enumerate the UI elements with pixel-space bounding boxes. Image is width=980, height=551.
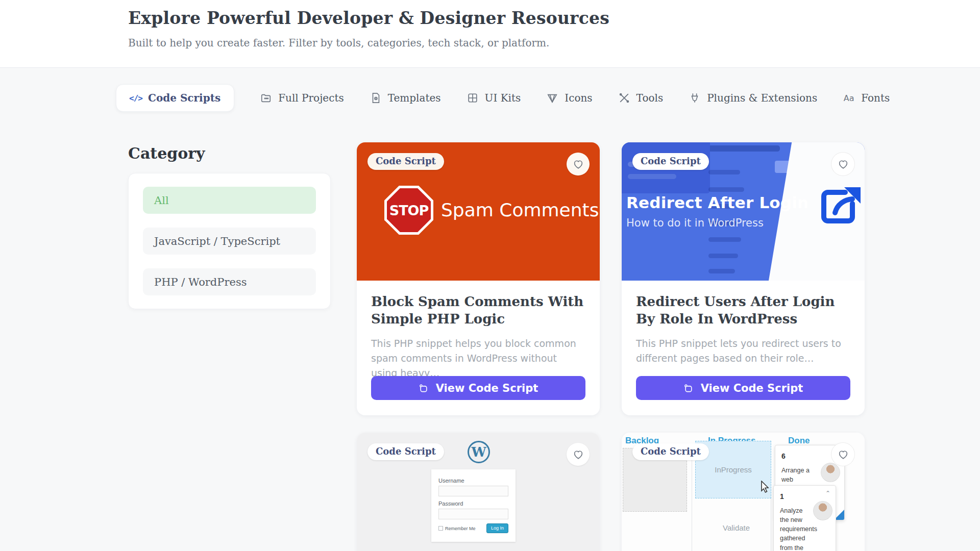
card-type-badge: Code Script xyxy=(632,443,709,460)
card-type-badge: Code Script xyxy=(368,443,444,460)
tab-label: Icons xyxy=(565,92,592,104)
task-number: 6 xyxy=(781,452,786,460)
resource-cards-grid: Code Script STOP Spam Comments Block Spa… xyxy=(357,142,865,551)
wp-login-button: Log In xyxy=(486,523,508,533)
resource-card-wp-login[interactable]: Code Script W Username Password Remember… xyxy=(357,433,600,551)
grid-icon xyxy=(467,92,479,104)
wp-checkbox xyxy=(438,526,443,531)
tab-fonts[interactable]: Aa Fonts xyxy=(843,92,890,104)
tab-tools[interactable]: Tools xyxy=(618,92,664,104)
category-heading: Category xyxy=(128,144,205,162)
card-image: Code Script Redirect After Login How to … xyxy=(622,142,865,281)
wp-username-label: Username xyxy=(438,478,508,484)
task-text: Analyze the new requirements gathered fr… xyxy=(780,506,813,551)
card-body: Block Spam Comments With Simple PHP Logi… xyxy=(357,281,600,381)
tab-templates[interactable]: Templates xyxy=(370,92,441,104)
card-type-badge: Code Script xyxy=(368,153,444,170)
wp-password-label: Password xyxy=(438,500,508,507)
favorite-button[interactable] xyxy=(567,153,590,176)
code-icon: </> xyxy=(130,92,142,104)
category-item-javascript-typescript[interactable]: JavaScript / TypeScript xyxy=(143,228,316,255)
folder-icon xyxy=(260,92,272,104)
tab-icons[interactable]: Icons xyxy=(546,92,592,104)
task-avatar xyxy=(821,463,840,482)
favorite-button[interactable] xyxy=(831,153,854,176)
heart-icon xyxy=(573,159,584,170)
blurred-title-bar xyxy=(703,145,780,152)
wp-remember-me: Remember Me xyxy=(438,526,476,531)
heart-icon xyxy=(573,449,584,460)
resource-card-kanban[interactable]: Backlog In Progress Done InProgress Vali… xyxy=(622,433,865,551)
template-file-icon xyxy=(370,92,382,104)
Aa-icon: Aa xyxy=(843,92,855,104)
card-title: Redirect Users After Login By Role In Wo… xyxy=(636,293,850,328)
task-avatar xyxy=(813,501,832,520)
kanban-column-done: Done xyxy=(788,436,810,446)
nib-icon xyxy=(546,92,558,104)
resource-card-redirect-login[interactable]: Code Script Redirect After Login How to … xyxy=(622,142,865,415)
resource-type-tabs: </> Code Scripts Full Projects Templates… xyxy=(116,84,890,112)
image-headline: Redirect After Login xyxy=(626,193,808,212)
share-redirect-icon xyxy=(815,181,865,232)
collapse-chevron-icon: ⌃ xyxy=(825,490,830,497)
resource-card-block-spam[interactable]: Code Script STOP Spam Comments Block Spa… xyxy=(357,142,600,415)
tab-code-scripts[interactable]: </> Code Scripts xyxy=(116,84,234,112)
view-code-script-button[interactable]: View Code Script xyxy=(371,376,585,400)
stop-sign: STOP xyxy=(384,186,433,235)
view-code-script-button[interactable]: View Code Script xyxy=(636,376,850,400)
tab-label: UI Kits xyxy=(485,92,521,104)
page-subtitle: Built to help you create faster. Filter … xyxy=(128,37,549,49)
page-header: Explore Powerful Developer & Designer Re… xyxy=(0,0,980,68)
wp-login-form: Username Password Remember Me Log In xyxy=(431,469,516,542)
explore-resources-page: Explore Powerful Developer & Designer Re… xyxy=(0,0,980,551)
stop-sign-text: STOP xyxy=(387,188,431,232)
page-title: Explore Powerful Developer & Designer Re… xyxy=(128,8,609,28)
tab-label: Tools xyxy=(636,92,664,104)
tab-label: Code Scripts xyxy=(148,92,220,104)
button-label: View Code Script xyxy=(701,382,803,394)
task-number: 1 xyxy=(780,492,784,500)
card-title: Block Spam Comments With Simple PHP Logi… xyxy=(371,293,585,328)
heart-icon xyxy=(838,449,849,460)
card-image: Code Script W Username Password Remember… xyxy=(357,433,600,551)
heart-icon xyxy=(838,159,849,170)
tab-plugins-extensions[interactable]: Plugins & Extensions xyxy=(689,92,817,104)
button-label: View Code Script xyxy=(436,382,538,394)
wp-footer-links: Register | Lost your password? ← Back to… xyxy=(431,549,508,551)
tools-icon xyxy=(618,92,630,104)
image-headline: Spam Comments xyxy=(441,199,599,220)
card-description: This PHP snippet lets you redirect users… xyxy=(636,336,850,366)
column-divider xyxy=(692,446,692,551)
wp-username-input xyxy=(438,486,508,496)
kanban-validate-label: Validate xyxy=(723,523,750,532)
tab-label: Full Projects xyxy=(278,92,344,104)
favorite-button[interactable] xyxy=(567,443,590,466)
card-body: Redirect Users After Login By Role In Wo… xyxy=(622,281,865,366)
favorite-button[interactable] xyxy=(831,443,854,466)
card-type-badge: Code Script xyxy=(632,153,709,170)
category-item-all[interactable]: All xyxy=(143,187,316,214)
card-image: Code Script STOP Spam Comments xyxy=(357,142,600,281)
view-code-icon xyxy=(419,383,429,393)
wordpress-logo: W xyxy=(468,441,490,463)
kanban-task-card-1: 1 ⌃ Analyze the new requirements gathere… xyxy=(773,485,836,551)
tab-full-projects[interactable]: Full Projects xyxy=(260,92,344,104)
wp-remember-label: Remember Me xyxy=(445,526,476,531)
tab-label: Fonts xyxy=(861,92,890,104)
plug-icon xyxy=(689,92,701,104)
card-image: Backlog In Progress Done InProgress Vali… xyxy=(622,433,865,551)
category-filter-card: All JavaScript / TypeScript PHP / WordPr… xyxy=(128,173,331,309)
inprogress-label: InProgress xyxy=(715,465,752,474)
tab-label: Plugins & Extensions xyxy=(707,92,817,104)
tab-ui-kits[interactable]: UI Kits xyxy=(467,92,521,104)
tab-label: Templates xyxy=(388,92,441,104)
card-description: This PHP snippet helps you block common … xyxy=(371,336,585,381)
category-item-php-wordpress[interactable]: PHP / WordPress xyxy=(143,268,316,295)
wp-register-link: Register | Lost your password? xyxy=(431,549,508,551)
image-subtext: How to do it in WordPress xyxy=(626,217,764,229)
mouse-cursor xyxy=(760,481,771,494)
wp-password-input xyxy=(438,509,508,519)
view-code-icon xyxy=(683,383,694,393)
